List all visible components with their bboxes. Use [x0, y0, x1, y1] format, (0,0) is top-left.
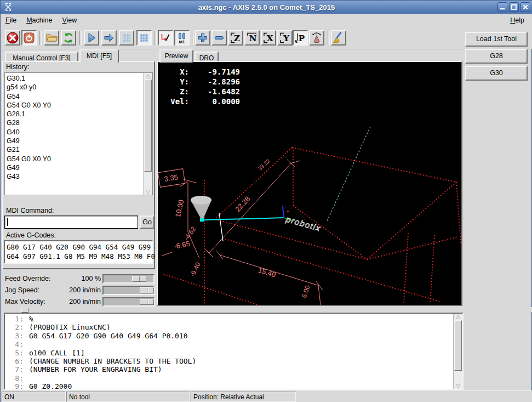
optional-pause-m1-button[interactable]: M1	[174, 30, 190, 46]
traverse-line	[219, 213, 223, 241]
line-text: (NUMBER FOR YOUR ENGRAVING BIT)	[24, 365, 162, 373]
history-item[interactable]: G28	[7, 118, 142, 127]
gcode-listing[interactable]: 1:%2:(PROBOTIX LinuxCNC)3:G0 G54 G17 G20…	[4, 313, 464, 390]
skip-lines-button[interactable]	[158, 30, 173, 46]
minimize-icon	[499, 4, 506, 10]
maximize-button[interactable]	[509, 2, 519, 12]
mdi-history-list[interactable]: G30.1g54 x0 y0G54G54 G0 X0 Y0G28.1G28G40…	[7, 74, 142, 194]
code-scroll-thumb[interactable]	[454, 320, 462, 371]
menu-file[interactable]: File	[1, 15, 21, 26]
slider-handle[interactable]	[132, 276, 146, 282]
status-position-mode: Position: Relative Actual	[191, 392, 296, 402]
tab-preview[interactable]: Preview	[159, 49, 193, 63]
clear-plot-button[interactable]	[331, 30, 346, 46]
tab-mdi[interactable]: MDI [F5]	[79, 49, 119, 63]
history-item[interactable]: G54 G0 X0 Y0	[7, 101, 142, 110]
pause-button[interactable]	[119, 30, 134, 46]
plus-icon	[196, 31, 209, 44]
code-line: 1:%	[5, 315, 453, 323]
line-number: 8:	[5, 374, 24, 382]
toolbar-separator	[155, 31, 157, 45]
feed-override-value: 100 %	[46, 275, 101, 282]
line-text: %	[24, 315, 33, 323]
statusbar: ON No tool Position: Relative Actual	[1, 390, 532, 402]
go-button[interactable]: Go	[140, 216, 155, 229]
menu-machine[interactable]: Machine	[21, 15, 57, 26]
code-line: 9:G0 Z0.2000	[5, 382, 453, 389]
menu-view[interactable]: View	[57, 15, 82, 26]
active-gcodes-label: Active G-Codes:	[6, 231, 56, 239]
history-item[interactable]: G49	[7, 137, 142, 145]
history-item[interactable]: G49	[7, 163, 142, 172]
scroll-down-icon[interactable]: ▽	[145, 189, 151, 195]
menu-help[interactable]: Help	[505, 15, 529, 26]
history-scrollbar[interactable]: △ ▽	[143, 73, 152, 195]
rotate-view-button[interactable]	[309, 30, 324, 46]
step-line-button[interactable]	[101, 30, 117, 46]
line-text: G0 G54 G17 G20 G90 G40 G49 G64 P0.010	[24, 332, 188, 340]
view-z-rotated-icon: N	[245, 31, 259, 44]
preview-canvas-svg[interactable]: probotix X: -9.7149 Y: -2.8296 Z: -1.648…	[158, 62, 461, 305]
status-tool: No tool	[66, 392, 190, 402]
feed-override-label: Feed Override:	[5, 275, 50, 282]
pane-sash[interactable]	[1, 307, 532, 312]
readout-z-value: -1.6482	[208, 87, 240, 96]
code-line: 8:	[5, 374, 453, 382]
history-item[interactable]: G43	[7, 172, 142, 181]
mdi-command-input[interactable]	[4, 216, 138, 229]
g28-button[interactable]: G28	[465, 49, 528, 64]
zoom-out-button[interactable]	[211, 30, 227, 46]
load-first-tool-button[interactable]: Load 1st Tool	[465, 32, 528, 47]
stop-button[interactable]	[136, 30, 152, 46]
mdi-command-label: MDI Command:	[6, 207, 54, 214]
active-gcodes-line: G64 G97 G91.1 G8 M5 M9 M48 M53 M0 F0	[7, 252, 152, 261]
slider-handle[interactable]	[140, 287, 154, 293]
power-icon	[22, 31, 36, 44]
view-z-icon: Z	[229, 31, 242, 44]
line-number: 4:	[5, 340, 24, 348]
svg-text:Y: Y	[283, 33, 289, 43]
history-item[interactable]: G28.1	[7, 110, 142, 118]
view-perspective-button[interactable]: P	[293, 30, 308, 46]
open-file-button[interactable]	[44, 30, 59, 46]
slider-handle[interactable]	[140, 299, 154, 305]
line-number: 5:	[5, 349, 24, 357]
line-number: 2:	[5, 323, 24, 331]
history-item[interactable]: G54 G0 X0 Y0	[7, 155, 142, 163]
view-z-button[interactable]: Z	[228, 30, 243, 46]
pause-icon	[120, 31, 133, 44]
reload-file-button[interactable]	[61, 30, 76, 46]
code-scrollbar[interactable]: △ ▽	[453, 314, 462, 389]
close-button[interactable]	[520, 2, 530, 12]
tool-cone	[191, 196, 211, 221]
run-program-button[interactable]	[84, 30, 99, 46]
mdi-history-box: G30.1g54 x0 y0G54G54 G0 X0 Y0G28.1G28G40…	[4, 72, 153, 195]
titlebar[interactable]: axis.ngc - AXIS 2.5.0 on Comet_TS_2015	[1, 1, 532, 14]
svg-text:X: X	[267, 33, 273, 43]
machine-power-button[interactable]	[21, 30, 37, 46]
feed-override-slider[interactable]	[102, 274, 155, 284]
zoom-in-button[interactable]	[195, 30, 210, 46]
history-item[interactable]: g54 x0 y0	[7, 83, 142, 92]
history-item[interactable]: G40	[7, 128, 142, 137]
code-line: 7:(NUMBER FOR YOUR ENGRAVING BIT)	[5, 365, 453, 373]
view-y-button[interactable]: Y	[277, 30, 293, 46]
scroll-down-icon[interactable]: ▽	[455, 383, 461, 389]
sash-grip[interactable]	[21, 308, 28, 313]
history-scroll-thumb[interactable]	[144, 80, 152, 172]
view-x-button[interactable]: X	[261, 30, 276, 46]
history-item[interactable]: G30.1	[7, 74, 142, 83]
view-z-rotated-button[interactable]: N	[244, 30, 260, 46]
max-velocity-slider[interactable]	[102, 297, 155, 307]
dimension-label: -9.40	[188, 261, 202, 278]
active-gcodes-box: G80 G17 G40 G20 G90 G94 G54 G49 G99 G64 …	[4, 240, 153, 264]
line-number: 3:	[5, 332, 24, 340]
minimize-button[interactable]	[497, 2, 507, 12]
jog-speed-slider[interactable]	[102, 286, 155, 295]
scroll-up-icon[interactable]: △	[145, 73, 151, 79]
g30-button[interactable]: G30	[465, 66, 528, 81]
scroll-up-icon[interactable]: △	[455, 314, 461, 320]
history-item[interactable]: G21	[7, 145, 142, 154]
history-item[interactable]: G54	[7, 92, 142, 101]
estop-button[interactable]	[5, 30, 20, 46]
